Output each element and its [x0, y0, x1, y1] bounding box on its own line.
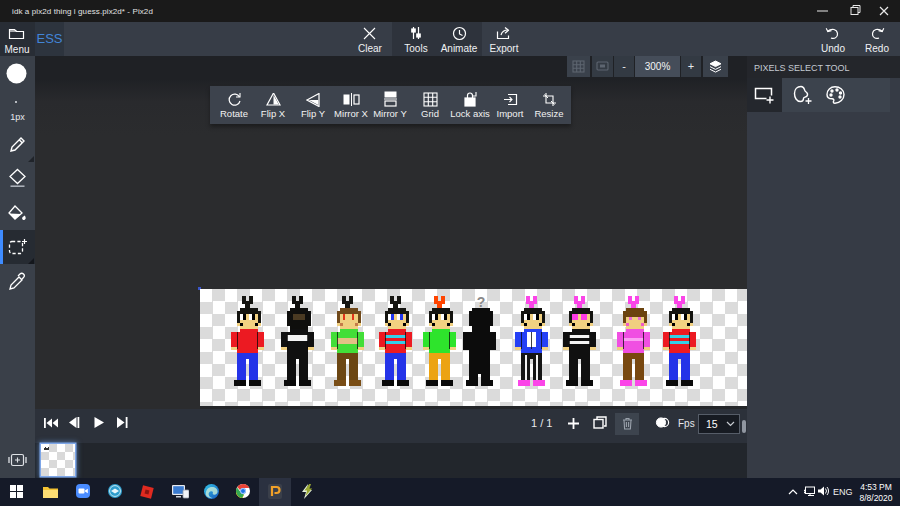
svg-text:?: ?	[477, 294, 486, 310]
